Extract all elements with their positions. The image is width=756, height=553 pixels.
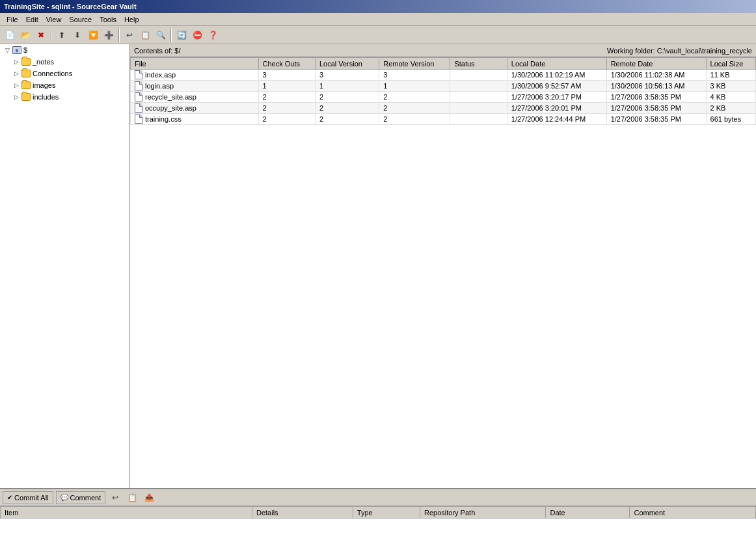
undo-button[interactable]: ↩ — [122, 28, 137, 42]
bcol-type[interactable]: Type — [353, 507, 420, 519]
table-row[interactable]: login.asp 1 1 1 1/30/2006 9:52:57 AM 1/3… — [131, 81, 756, 92]
title-text: TrainingSite - sqlint - SourceGear Vault — [4, 3, 137, 10]
history-button[interactable]: 📋 — [138, 28, 152, 42]
menu-edit[interactable]: Edit — [22, 14, 42, 25]
cell-remotedate: 1/30/2006 11:02:38 AM — [606, 70, 706, 81]
tree-item-includes[interactable]: ▷ includes — [0, 91, 129, 103]
folder-images-icon — [21, 81, 31, 90]
menu-file[interactable]: File — [3, 14, 22, 25]
cell-remotedate: 1/27/2006 3:58:35 PM — [606, 103, 706, 114]
cell-localdate: 1/30/2006 9:52:57 AM — [507, 81, 606, 92]
checkout-button[interactable]: ⬇ — [70, 28, 85, 42]
folder-connections-icon — [21, 69, 31, 78]
title-bar: TrainingSite - sqlint - SourceGear Vault — [0, 0, 756, 13]
cell-localver: 3 — [315, 70, 379, 81]
tree-item-root[interactable]: ▽ $ $ — [0, 44, 129, 56]
help-button[interactable]: ❓ — [206, 28, 220, 42]
bottom-btn2[interactable]: 📋 — [125, 491, 139, 505]
bcol-comment[interactable]: Comment — [630, 507, 756, 519]
table-row[interactable]: occupy_site.asp 2 2 2 1/27/2006 3:20:01 … — [131, 103, 756, 114]
cell-localver: 2 — [315, 103, 379, 114]
cell-localdate: 1/27/2006 12:24:44 PM — [507, 114, 606, 125]
tree-label-images: images — [33, 81, 55, 89]
menu-source[interactable]: Source — [65, 14, 96, 25]
add-button[interactable]: ➕ — [101, 28, 116, 42]
cell-checkouts: 1 — [258, 81, 315, 92]
pane-header: Contents of: $/ Working folder: C:\vault… — [130, 44, 756, 57]
expand-includes[interactable]: ▷ — [12, 94, 21, 100]
new-button[interactable]: 📄 — [3, 28, 17, 42]
col-localsize[interactable]: Local Size — [706, 58, 755, 70]
table-row[interactable]: training.css 2 2 2 1/27/2006 12:24:44 PM… — [131, 114, 756, 125]
undo-bottom-button[interactable]: ↩ — [108, 491, 122, 505]
cell-file: occupy_site.asp — [131, 103, 259, 114]
main-area: ▽ $ $ ▷ _notes ▷ Connections ▷ images ▷ … — [0, 44, 756, 488]
comment-button[interactable]: 💬 Comment — [56, 491, 106, 504]
file-name: login.asp — [145, 82, 174, 90]
tree-item-connections[interactable]: ▷ Connections — [0, 68, 129, 79]
cell-status — [450, 114, 507, 125]
tree-item-images[interactable]: ▷ images — [0, 79, 129, 91]
file-icon — [135, 70, 142, 79]
menu-tools[interactable]: Tools — [96, 14, 120, 25]
tree-item-notes[interactable]: ▷ _notes — [0, 56, 129, 68]
bottom-table: Item Details Type Repository Path Date C… — [0, 506, 756, 519]
sep2 — [118, 29, 120, 42]
expand-connections[interactable]: ▷ — [12, 70, 21, 77]
sep1 — [51, 29, 52, 42]
cell-checkouts: 2 — [258, 92, 315, 103]
col-remotedate[interactable]: Remote Date — [606, 58, 706, 70]
cell-localsize: 661 bytes — [706, 114, 755, 125]
cell-localver: 2 — [315, 114, 379, 125]
file-name: index.asp — [145, 71, 176, 79]
refresh-button[interactable]: 🔄 — [174, 28, 189, 42]
commit-all-label: Commit All — [14, 494, 49, 502]
cell-remotever: 2 — [379, 103, 450, 114]
comment-label: Comment — [70, 494, 101, 502]
bcol-repopath[interactable]: Repository Path — [420, 507, 546, 519]
cell-remotever: 2 — [379, 92, 450, 103]
col-localver[interactable]: Local Version — [315, 58, 379, 70]
cell-remotever: 1 — [379, 81, 450, 92]
menu-view[interactable]: View — [42, 14, 66, 25]
tree-label-notes: _notes — [33, 58, 54, 66]
stop-button[interactable]: ⛔ — [190, 28, 204, 42]
bottom-toolbar: ✔ Commit All 💬 Comment ↩ 📋 📤 — [0, 489, 756, 506]
col-checkouts[interactable]: Check Outs — [258, 58, 315, 70]
col-localdate[interactable]: Local Date — [507, 58, 606, 70]
bottom-btn3[interactable]: 📤 — [142, 491, 156, 505]
working-folder-label: Working folder: C:\vault_local\training_… — [607, 47, 752, 55]
col-remotever[interactable]: Remote Version — [379, 58, 450, 70]
expand-images[interactable]: ▷ — [12, 82, 21, 88]
expand-root[interactable]: ▽ — [3, 47, 12, 53]
cell-localsize: 11 KB — [706, 70, 755, 81]
expand-notes[interactable]: ▷ — [12, 59, 21, 65]
bcol-details[interactable]: Details — [252, 507, 353, 519]
checkin-button[interactable]: ⬆ — [55, 28, 69, 42]
bcol-item[interactable]: Item — [1, 507, 252, 519]
sep3 — [170, 29, 172, 42]
col-status[interactable]: Status — [450, 58, 507, 70]
table-row[interactable]: recycle_site.asp 2 2 2 1/27/2006 3:20:17… — [131, 92, 756, 103]
col-file[interactable]: File — [131, 58, 259, 70]
delete-button[interactable]: ✖ — [34, 28, 48, 42]
file-table-container[interactable]: File Check Outs Local Version Remote Ver… — [130, 57, 756, 488]
file-table: File Check Outs Local Version Remote Ver… — [130, 57, 756, 125]
menu-help[interactable]: Help — [120, 14, 143, 25]
sidebar-tree: ▽ $ $ ▷ _notes ▷ Connections ▷ images ▷ … — [0, 44, 130, 488]
compare-button[interactable]: 🔍 — [154, 28, 168, 42]
tree-label-connections: Connections — [33, 70, 72, 77]
bottom-panel: ✔ Commit All 💬 Comment ↩ 📋 📤 Item Detail… — [0, 488, 756, 553]
right-pane: Contents of: $/ Working folder: C:\vault… — [130, 44, 756, 488]
cell-checkouts: 2 — [258, 103, 315, 114]
table-row[interactable]: index.asp 3 3 3 1/30/2006 11:02:19 AM 1/… — [131, 70, 756, 81]
cell-remotever: 3 — [379, 70, 450, 81]
open-button[interactable]: 📂 — [18, 28, 33, 42]
commit-all-button[interactable]: ✔ Commit All — [3, 491, 53, 504]
get-latest-button[interactable]: 🔽 — [86, 28, 100, 42]
bcol-date[interactable]: Date — [546, 507, 630, 519]
bottom-table-area[interactable]: Item Details Type Repository Path Date C… — [0, 506, 756, 553]
cell-remotever: 2 — [379, 114, 450, 125]
cell-localdate: 1/27/2006 3:20:17 PM — [507, 92, 606, 103]
folder-includes-icon — [21, 92, 31, 101]
